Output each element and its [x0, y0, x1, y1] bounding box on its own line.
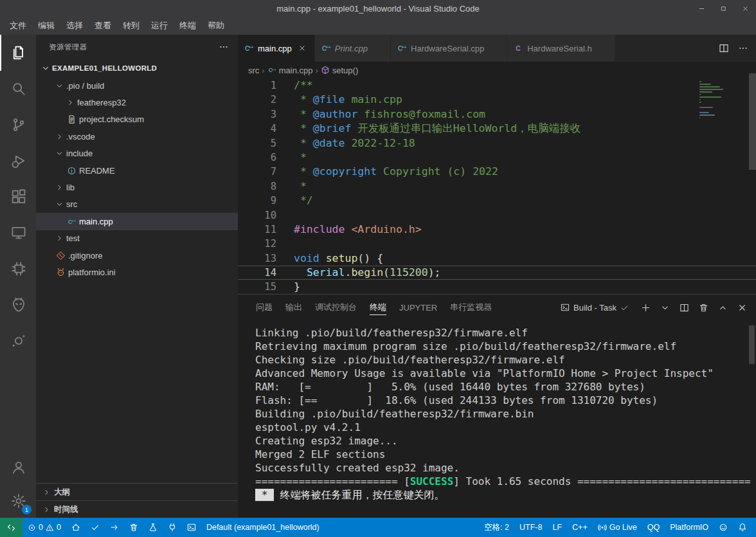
tab-main-cpp[interactable]: C++main.cpp: [238, 35, 315, 62]
code-line-9[interactable]: 9 */: [238, 194, 756, 208]
code-line-10[interactable]: 10: [238, 208, 756, 223]
activity-device-manager[interactable]: [0, 251, 36, 287]
panel-tab-problems[interactable]: 问题: [249, 295, 279, 320]
code-line-11[interactable]: 11#include <Arduino.h>: [238, 223, 756, 237]
tree-item-include[interactable]: include: [36, 145, 238, 162]
status-qq[interactable]: QQ: [642, 518, 665, 537]
status-platformio-test[interactable]: [143, 518, 163, 537]
maximize-panel-icon[interactable]: [718, 303, 728, 313]
remote-indicator[interactable]: [0, 518, 22, 537]
breadcrumb-main-cpp[interactable]: C++main.cpp: [267, 66, 313, 75]
activity-run-debug[interactable]: [0, 143, 36, 179]
menu-go[interactable]: 转到: [117, 18, 145, 33]
status-project-environment[interactable]: Default (example01_helloworld): [201, 518, 325, 537]
terminal-output[interactable]: Linking .pio/build/featheresp32/firmware…: [238, 320, 756, 518]
pane-timeline[interactable]: 时间线: [36, 500, 238, 518]
activity-platformio[interactable]: [0, 287, 36, 323]
tree-item-readme[interactable]: README: [36, 162, 238, 179]
menu-edit[interactable]: 编辑: [32, 18, 60, 33]
tree-item-src[interactable]: src: [36, 196, 238, 213]
status-go-live[interactable]: Go Live: [593, 518, 642, 537]
code-line-6[interactable]: 6 *: [238, 150, 756, 165]
activity-search[interactable]: [0, 71, 36, 107]
menu-selection[interactable]: 选择: [60, 18, 89, 33]
activity-remote-explorer[interactable]: [0, 215, 36, 251]
tree-item-main-cpp[interactable]: C++main.cpp: [36, 213, 238, 230]
pane-outline[interactable]: 大纲: [36, 483, 238, 500]
code-line-4[interactable]: 4 * @brief 开发板通过串口输出HelloWorld，电脑端接收: [238, 122, 756, 136]
tab-hardwareserial-h[interactable]: CHardwareSerial.h: [507, 35, 615, 62]
menu-view[interactable]: 查看: [89, 18, 117, 33]
panel-tab-output[interactable]: 输出: [279, 295, 309, 320]
activity-jupyter[interactable]: [0, 323, 36, 359]
status-feedback[interactable]: [714, 518, 733, 537]
code-line-3[interactable]: 3 * @author fishros@foxmail.com: [238, 107, 756, 122]
panel-tab-terminal[interactable]: 终端: [363, 295, 393, 320]
split-terminal-icon[interactable]: [680, 303, 689, 313]
code-line-12[interactable]: 12: [238, 237, 756, 251]
minimap[interactable]: [699, 81, 744, 120]
project-root-header[interactable]: EXAMPLE01_HELLOWORLD: [36, 59, 238, 77]
status-platformio-label[interactable]: PlatformIO: [665, 518, 714, 537]
status-platformio-new-terminal[interactable]: [182, 518, 201, 537]
panel-scrollbar[interactable]: [749, 325, 755, 364]
editor-scrollbar[interactable]: [749, 73, 756, 170]
activity-source-control[interactable]: [0, 107, 36, 143]
terminal-dropdown-icon[interactable]: [660, 303, 670, 313]
tab-print-cpp[interactable]: C++Print.cpp: [315, 35, 391, 62]
status-indentation[interactable]: 空格: 2: [479, 518, 514, 537]
activity-explorer[interactable]: [0, 35, 36, 71]
close-panel-icon[interactable]: [737, 303, 747, 313]
new-terminal-icon[interactable]: [641, 303, 651, 313]
breadcrumb-src[interactable]: src: [248, 66, 259, 75]
status-notifications[interactable]: [733, 518, 752, 537]
tree-item-featheresp32[interactable]: featheresp32: [36, 94, 238, 111]
menu-file[interactable]: 文件: [4, 18, 32, 33]
code-line-7[interactable]: 7 * @copyright Copyright (c) 2022: [238, 165, 756, 179]
kill-terminal-icon[interactable]: [699, 303, 708, 313]
status-platformio-serial-monitor[interactable]: [163, 518, 182, 537]
panel-tab-serial-monitor[interactable]: 串行监视器: [444, 295, 498, 320]
tree-item-pio-build[interactable]: .pio / build: [36, 77, 238, 94]
panel-tab-jupyter[interactable]: JUPYTER: [393, 295, 444, 320]
code-line-14[interactable]: 14 Serial.begin(115200);: [238, 266, 756, 280]
menu-terminal[interactable]: 终端: [174, 18, 202, 33]
status-eol[interactable]: LF: [547, 518, 567, 537]
terminal-picker[interactable]: Build - Task: [561, 303, 629, 313]
status-encoding[interactable]: UTF-8: [514, 518, 547, 537]
tree-item-test[interactable]: test: [36, 230, 238, 247]
tree-item-vscode[interactable]: .vscode: [36, 128, 238, 145]
status-platformio-upload[interactable]: [105, 518, 124, 537]
ellipsis-icon[interactable]: [738, 43, 748, 53]
status-platformio-clean[interactable]: [124, 518, 143, 537]
close-button[interactable]: [734, 0, 756, 17]
split-editor-icon[interactable]: [719, 43, 729, 53]
tab-close-icon[interactable]: [296, 42, 309, 55]
status-platformio-home[interactable]: [66, 518, 86, 537]
minimize-button[interactable]: [690, 0, 712, 17]
menu-help[interactable]: 帮助: [202, 18, 230, 33]
tree-item-project-checksum[interactable]: project.checksum: [36, 111, 238, 128]
status-problems[interactable]: 00: [22, 518, 66, 537]
activity-account[interactable]: [0, 451, 36, 484]
activity-extensions[interactable]: [0, 179, 36, 215]
code-line-2[interactable]: 2 * @file main.cpp: [238, 93, 756, 107]
tree-item-platformio-ini[interactable]: platformio.ini: [36, 264, 238, 280]
code-editor[interactable]: 1/**2 * @file main.cpp3 * @author fishro…: [238, 78, 756, 294]
tab-hardwareserial-cpp[interactable]: C++HardwareSerial.cpp: [391, 35, 507, 62]
menu-run[interactable]: 运行: [145, 18, 174, 33]
status-language-mode[interactable]: C++: [567, 518, 593, 537]
code-line-1[interactable]: 1/**: [238, 78, 756, 93]
more-actions-icon[interactable]: [219, 42, 229, 52]
code-line-15[interactable]: 15}: [238, 280, 756, 294]
panel-tab-debug-console[interactable]: 调试控制台: [309, 295, 363, 320]
status-platformio-build[interactable]: [86, 518, 105, 537]
code-line-5[interactable]: 5 * @date 2022-12-18: [238, 136, 756, 150]
tree-item-lib[interactable]: lib: [36, 179, 238, 196]
activity-settings[interactable]: 1: [0, 484, 36, 518]
maximize-button[interactable]: [712, 0, 734, 17]
breadcrumb-setup[interactable]: setup(): [321, 66, 358, 75]
code-line-8[interactable]: 8 *: [238, 179, 756, 194]
code-line-13[interactable]: 13void setup() {: [238, 251, 756, 266]
tree-item-gitignore[interactable]: .gitignore: [36, 247, 238, 264]
